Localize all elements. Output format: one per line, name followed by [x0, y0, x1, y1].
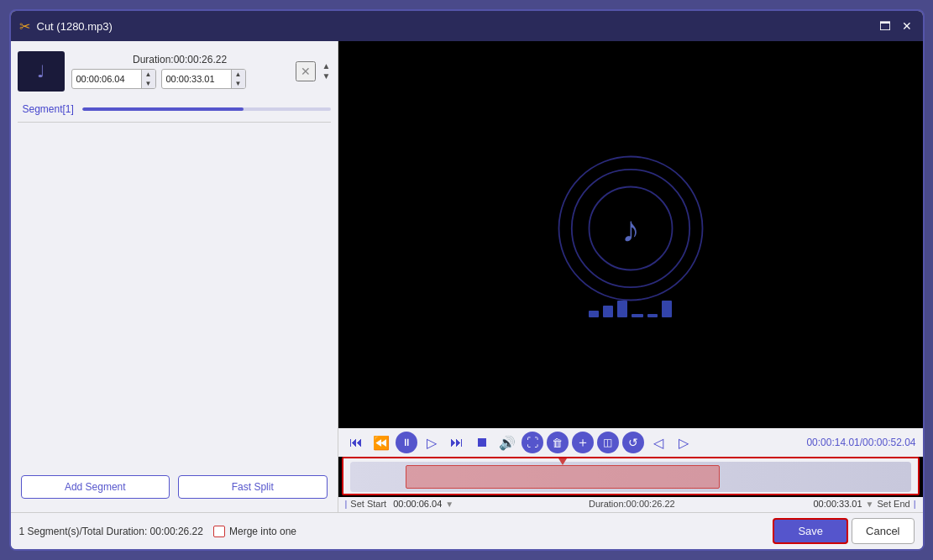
rewind-button[interactable]: ⏪ [370, 432, 392, 453]
restore-button[interactable]: 🗖 [878, 18, 893, 34]
segment-info: Duration:00:00:26.22 ▲ ▼ ▲ [71, 54, 289, 89]
segment-summary: 1 Segment(s)/Total Duration: 00:00:26.22 [19, 526, 203, 537]
time-inputs: ▲ ▼ ▲ ▼ [71, 69, 289, 89]
controls-bar: ⏮ ⏪ ⏸ ▷ ⏭ ⏹ 🔊 ⛶ 🗑 ＋ ◫ ↺ ◁ ▷ 00:00:14.01/… [338, 428, 923, 457]
set-end-marker: | [914, 499, 916, 509]
main-window: ✂ Cut (1280.mp3) 🗖 ✕ ♩ Duration:00:00:26… [9, 9, 925, 551]
start-time-input[interactable] [72, 71, 141, 86]
merge-wrap: Merge into one [213, 526, 296, 537]
fast-split-button[interactable]: Fast Split [178, 475, 328, 499]
close-button[interactable]: ✕ [899, 18, 915, 34]
timeline-duration-label: Duration:00:00:26.22 [585, 499, 679, 509]
segment-header: ♩ Duration:00:00:26.22 ▲ ▼ [18, 48, 331, 95]
svg-text:♪: ♪ [621, 209, 640, 249]
circles-svg: ♪ [555, 144, 706, 312]
end-time-input[interactable] [162, 71, 231, 86]
end-time-spinners: ▲ ▼ [231, 70, 245, 88]
end-time-up[interactable]: ▲ [232, 70, 245, 79]
playhead[interactable] [558, 458, 567, 465]
volume-button[interactable]: 🔊 [496, 432, 518, 453]
stop-button[interactable]: ⏹ [471, 432, 493, 453]
timeline-start-time: 00:00:06.04 [390, 499, 445, 509]
timeline-track[interactable] [350, 462, 911, 492]
eq-bar-dash [632, 314, 643, 317]
window-title: Cut (1280.mp3) [37, 20, 878, 33]
prev-segment-button[interactable]: ◁ [647, 432, 669, 453]
media-thumbnail: ♩ [18, 51, 65, 92]
add-segment-button[interactable]: Add Segment [21, 475, 170, 499]
main-content: ♩ Duration:00:00:26.22 ▲ ▼ [11, 41, 923, 512]
bottom-bar: 1 Segment(s)/Total Duration: 00:00:26.22… [11, 512, 923, 549]
music-note-icon: ♩ [37, 61, 45, 81]
end-time-input-wrap[interactable]: ▲ ▼ [161, 69, 246, 89]
right-panel: ♪ ⏮ ⏪ ⏸ [338, 41, 923, 512]
music-visual: ♪ [555, 153, 706, 317]
app-icon: ✂ [19, 18, 30, 34]
timeline-end-time: 00:00:33.01 [810, 499, 865, 509]
close-segment-button[interactable]: ✕ [296, 61, 316, 81]
refresh-button[interactable]: ↺ [622, 432, 644, 453]
duration-label: Duration:00:00:26.22 [71, 54, 289, 65]
left-spacer [18, 123, 331, 468]
start-time-input-wrap[interactable]: ▲ ▼ [71, 69, 156, 89]
time-display: 00:00:14.01/00:00:52.04 [806, 437, 915, 448]
scroll-down-button[interactable]: ▼ [322, 72, 331, 81]
scroll-up-button[interactable]: ▲ [322, 62, 331, 71]
start-time-spinners: ▲ ▼ [141, 70, 155, 88]
scroll-buttons: ▲ ▼ [322, 62, 331, 81]
skip-start-button[interactable]: ⏮ [345, 432, 367, 453]
left-bottom-buttons: Add Segment Fast Split [18, 468, 331, 505]
save-button[interactable]: Save [773, 518, 848, 544]
segment-progress-bar [82, 107, 331, 111]
titlebar: ✂ Cut (1280.mp3) 🗖 ✕ [11, 11, 923, 41]
segment-progress-fill [82, 107, 244, 111]
end-time-down[interactable]: ▼ [232, 79, 245, 88]
merge-label: Merge into one [229, 526, 296, 537]
skip-next-button[interactable]: ⏭ [446, 432, 468, 453]
window-controls: 🗖 ✕ [878, 18, 915, 34]
segment-tab-1[interactable]: Segment[1] [18, 102, 79, 117]
merge-checkbox[interactable] [213, 526, 225, 537]
start-time-up[interactable]: ▲ [142, 70, 155, 79]
end-arrow[interactable]: ▼ [866, 500, 874, 509]
set-start-label[interactable]: Set Start [347, 499, 390, 509]
cancel-button[interactable]: Cancel [852, 518, 914, 544]
selection-range[interactable] [406, 465, 720, 489]
pause-button[interactable]: ⏸ [396, 432, 417, 453]
start-time-down[interactable]: ▼ [142, 79, 155, 88]
delete-button[interactable]: 🗑 [547, 432, 569, 453]
eq-bar-dash2 [647, 314, 658, 317]
plus-button[interactable]: ＋ [572, 432, 594, 453]
play-forward-button[interactable]: ▷ [421, 432, 443, 453]
timeline-section [342, 457, 920, 495]
circle-animation: ♪ [555, 153, 706, 304]
left-panel: ♩ Duration:00:00:26.22 ▲ ▼ [11, 41, 338, 512]
screenshot-button[interactable]: ◫ [597, 432, 619, 453]
video-preview: ♪ [338, 41, 923, 428]
set-end-label[interactable]: Set End [874, 499, 914, 509]
start-arrow[interactable]: ▼ [445, 500, 453, 509]
bottom-buttons: Save Cancel [773, 518, 914, 544]
add-mark-button[interactable]: ⛶ [522, 432, 543, 453]
timeline-labels: | Set Start 00:00:06.04 ▼ Duration:00:00… [338, 497, 923, 512]
segment-tabs: Segment[1] [18, 100, 331, 123]
next-segment-button[interactable]: ▷ [673, 432, 695, 453]
